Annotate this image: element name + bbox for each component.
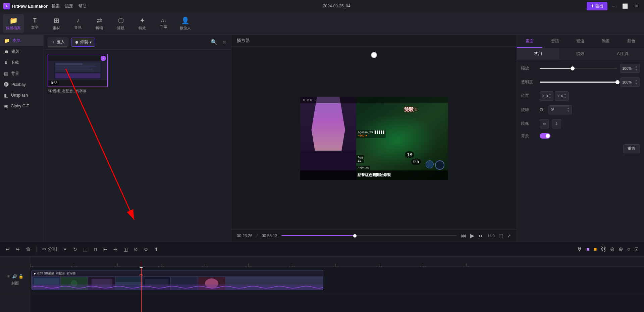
sidebar-item-unsplash[interactable]: ◧ Unsplash xyxy=(0,90,43,101)
prev-frame-button[interactable]: ⏮ xyxy=(461,233,466,239)
titlebar: ✦ HitPaw Edimakor 檔案 設定 幫助 2024-09-25_04… xyxy=(0,0,644,12)
opacity-slider[interactable] xyxy=(540,82,617,83)
restore-button[interactable]: ⬜ xyxy=(620,3,630,9)
position-y-box[interactable]: Y 0 ▲ ▼ xyxy=(555,91,569,100)
sidebar-item-background[interactable]: ▤ 背景 xyxy=(0,68,43,79)
opacity-thumb[interactable] xyxy=(615,80,620,84)
reset-button[interactable]: 重置 xyxy=(623,144,640,153)
split-button[interactable]: ✂ 分割 xyxy=(41,245,59,253)
position-xy: X 0 ▲ ▼ Y 0 ▲ ▼ xyxy=(540,91,569,100)
playhead-line[interactable]: ✂ xyxy=(141,267,142,312)
subtab-ai[interactable]: AI工具 xyxy=(602,48,644,59)
menu-help[interactable]: 幫助 xyxy=(78,3,87,9)
tl-tool-4[interactable]: ⊓ xyxy=(92,246,99,253)
play-button[interactable]: ▶ xyxy=(470,232,474,239)
tl-fit[interactable]: ⊡ xyxy=(633,245,640,253)
tool-media[interactable]: 📁 媒體檔案 xyxy=(3,14,24,33)
background-toggle[interactable] xyxy=(540,133,550,139)
position-x-box[interactable]: X 0 ▲ ▼ xyxy=(540,91,553,100)
tl-color-1[interactable]: ■ xyxy=(585,246,591,253)
tab-screen[interactable]: 畫面 xyxy=(517,35,542,48)
tab-color[interactable]: 顏色 xyxy=(619,35,644,48)
fullscreen-button[interactable]: ⤢ xyxy=(507,233,511,239)
delete-button[interactable]: 🗑 xyxy=(24,246,32,253)
zoom-up[interactable]: ▲ xyxy=(635,65,638,68)
tl-tool-9[interactable]: ⚙ xyxy=(142,246,150,253)
zoom-thumb[interactable] xyxy=(571,66,575,70)
video-clip[interactable]: ▶ 0:55 SR播播_有配音_有字幕 xyxy=(32,270,323,290)
redo-button[interactable]: ↪ xyxy=(14,246,21,253)
menu-file[interactable]: 檔案 xyxy=(52,3,60,9)
zoom-value-box[interactable]: 100% ▲ ▼ xyxy=(620,64,640,73)
tl-color-2[interactable]: ■ xyxy=(592,246,598,253)
tl-tool-3[interactable]: ⬚ xyxy=(82,246,89,253)
rotation-up[interactable]: ▲ xyxy=(567,107,570,110)
search-button[interactable]: 🔍 xyxy=(209,38,219,46)
track-eye-icon[interactable]: 👁 xyxy=(7,274,11,279)
undo-button[interactable]: ↩ xyxy=(4,246,11,253)
tl-zoom-out[interactable]: ⊖ xyxy=(609,245,616,253)
zoom-down[interactable]: ▼ xyxy=(635,68,638,72)
tl-tool-10[interactable]: ⬆ xyxy=(153,246,160,253)
tl-tool-7[interactable]: ◫ xyxy=(122,246,129,253)
tl-link[interactable]: ⛓ xyxy=(599,246,607,253)
minimize-button[interactable]: ─ xyxy=(610,3,618,9)
tool-text[interactable]: T 文字 xyxy=(24,14,46,33)
menu-settings[interactable]: 設定 xyxy=(65,3,73,9)
tab-animation[interactable]: 動畫 xyxy=(593,35,619,48)
tool-material[interactable]: ⊞ 素材 xyxy=(46,14,67,33)
progress-thumb[interactable] xyxy=(353,234,357,238)
seek-thumb-top[interactable] xyxy=(371,52,377,58)
track-lock-icon[interactable]: 🔓 xyxy=(18,274,23,279)
rotation-value-box[interactable]: 0° ▲ ▼ xyxy=(548,105,572,114)
tool-filter[interactable]: ⬡ 濾鏡 xyxy=(110,14,131,33)
opacity-up[interactable]: ▲ xyxy=(635,79,638,82)
sidebar-item-pixabay[interactable]: 🅟 Pixabay xyxy=(0,79,43,90)
media-item[interactable]: 0:55 ✓ SR播播_有配音_有字幕 xyxy=(48,54,108,94)
export-button[interactable]: ⬆ 匯出 xyxy=(587,2,607,10)
list-view-button[interactable]: ≡ xyxy=(221,38,227,46)
tl-tool-1[interactable]: ✶ xyxy=(61,246,69,253)
tab-audio[interactable]: 音訊 xyxy=(542,35,568,48)
tl-tool-6[interactable]: ⇥ xyxy=(112,246,119,253)
next-frame-button[interactable]: ⏭ xyxy=(478,233,484,239)
tool-avatar[interactable]: 👤 數位人 xyxy=(174,14,196,33)
tool-effect[interactable]: ✦ 特效 xyxy=(131,14,153,33)
subtab-effects[interactable]: 特效 xyxy=(559,48,601,59)
tool-subtitle[interactable]: A↓ 字幕 xyxy=(153,14,174,33)
mirror-h-button[interactable]: ⇔ xyxy=(540,119,549,128)
crop-button[interactable]: ⬚ xyxy=(499,233,503,239)
track-label-video: 👁 🔊 🔓 封面 xyxy=(0,267,30,294)
score-hud: 1gg11 xyxy=(356,155,364,163)
tl-tool-8[interactable]: ⊙ xyxy=(132,246,140,253)
track-audio-icon[interactable]: 🔊 xyxy=(12,274,17,279)
opacity-down[interactable]: ▼ xyxy=(635,82,638,86)
progress-bar[interactable] xyxy=(281,235,457,236)
y-down[interactable]: ▼ xyxy=(564,96,567,99)
tl-circle[interactable]: ○ xyxy=(626,246,632,253)
zoom-slider[interactable] xyxy=(540,68,617,69)
rotation-down[interactable]: ▼ xyxy=(567,110,570,113)
tab-speed[interactable]: 變速 xyxy=(568,35,593,48)
opacity-value-box[interactable]: 100% ▲ ▼ xyxy=(620,77,640,87)
media-thumbnail[interactable]: 0:55 ✓ xyxy=(48,54,108,87)
sidebar-item-download[interactable]: ⬇ 下載 xyxy=(0,57,43,68)
x-up[interactable]: ▲ xyxy=(548,93,551,96)
export-icon: ⬆ xyxy=(591,4,594,8)
tl-zoom-in[interactable]: ⊕ xyxy=(617,245,624,253)
tool-transition[interactable]: ⇄ 轉場 xyxy=(89,14,110,33)
mirror-v-button[interactable]: ⇕ xyxy=(552,119,561,128)
import-button[interactable]: ＋ 匯入 xyxy=(48,38,68,47)
subtab-common[interactable]: 常用 xyxy=(517,48,559,59)
tl-tool-5[interactable]: ⇤ xyxy=(102,246,109,253)
tool-audio[interactable]: ♪ 音訊 xyxy=(67,14,89,33)
tl-tool-2[interactable]: ↻ xyxy=(71,246,79,253)
close-button[interactable]: ✕ xyxy=(633,3,641,9)
x-down[interactable]: ▼ xyxy=(548,96,551,99)
sidebar-item-giphy[interactable]: ◉ Giphy GIF xyxy=(0,101,43,111)
y-up[interactable]: ▲ xyxy=(564,93,567,96)
sidebar-item-record[interactable]: ⏺ 錄製 xyxy=(0,46,43,57)
sidebar-item-local[interactable]: 📁 本地 xyxy=(0,35,43,46)
record-button[interactable]: ⏺ 錄製 ▾ xyxy=(71,38,95,47)
mic-button[interactable]: 🎙 xyxy=(576,246,584,253)
